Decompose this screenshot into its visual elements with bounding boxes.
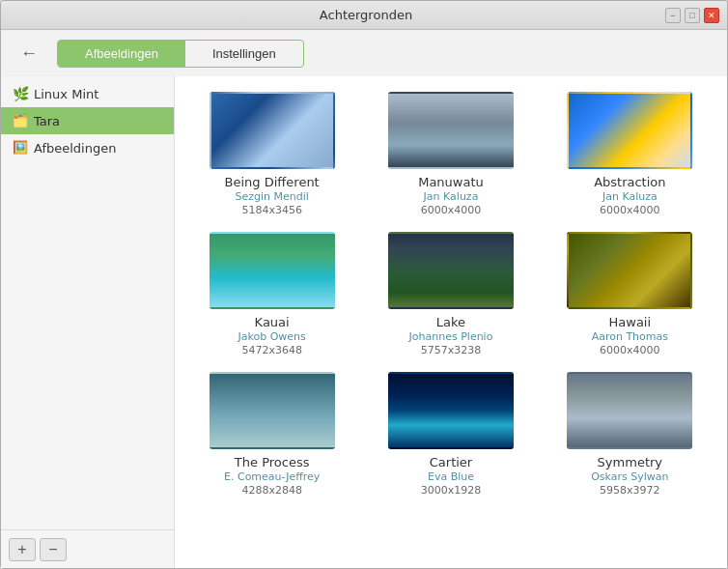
tab-group: Afbeeldingen Instellingen <box>57 40 304 68</box>
toolbar: ← Afbeeldingen Instellingen <box>1 30 727 76</box>
maximize-button[interactable]: □ <box>685 8 700 23</box>
window-controls: − □ ✕ <box>665 8 719 23</box>
sidebar-item-label: Tara <box>34 114 60 128</box>
wallpaper-area: Being DifferentSezgin Mendil5184x3456Man… <box>175 76 727 568</box>
wallpaper-item-lake[interactable]: LakeJohannes Plenio5757x3238 <box>369 232 532 356</box>
folder-icon: 🗂️ <box>13 113 28 128</box>
sidebar-item-label: Linux Mint <box>34 87 98 101</box>
wallpaper-item-kauai[interactable]: KauaiJakob Owens5472x3648 <box>190 232 353 356</box>
main-window: Achtergronden − □ ✕ ← Afbeeldingen Inste… <box>0 0 728 569</box>
wallpaper-item-symmetry[interactable]: SymmetryOskars Sylwan5958x3972 <box>548 372 712 497</box>
wallpaper-name-abstraction: Abstraction <box>594 175 665 189</box>
sidebar-item-afbeeldingen[interactable]: 🖼️ Afbeeldingen <box>1 134 174 161</box>
wallpaper-thumb-the-process <box>210 372 335 449</box>
wallpaper-thumb-symmetry <box>567 372 692 449</box>
tab-afbeeldingen[interactable]: Afbeeldingen <box>58 41 185 67</box>
wallpaper-size-abstraction: 6000x4000 <box>600 204 660 216</box>
wallpaper-size-cartier: 3000x1928 <box>421 484 482 497</box>
wallpaper-author-the-process: E. Comeau-Jeffrey <box>224 470 320 483</box>
close-button[interactable]: ✕ <box>704 8 719 23</box>
wallpaper-item-abstraction[interactable]: AbstractionJan Kaluza6000x4000 <box>548 92 712 216</box>
titlebar: Achtergronden − □ ✕ <box>1 1 727 30</box>
wallpaper-name-symmetry: Symmetry <box>598 455 662 469</box>
sidebar-item-linux-mint[interactable]: 🌿 Linux Mint <box>1 80 174 107</box>
wallpaper-item-manuwatu[interactable]: ManuwatuJan Kaluza6000x4000 <box>369 92 532 216</box>
wallpaper-name-manuwatu: Manuwatu <box>418 175 484 189</box>
leaf-icon: 🌿 <box>13 86 28 101</box>
wallpaper-name-cartier: Cartier <box>430 455 472 469</box>
wallpaper-name-being-different: Being Different <box>225 175 320 189</box>
sidebar-item-tara[interactable]: 🗂️ Tara <box>1 107 174 134</box>
wallpaper-size-hawaii: 6000x4000 <box>600 344 660 356</box>
wallpaper-item-hawaii[interactable]: HawaiiAaron Thomas6000x4000 <box>548 232 712 356</box>
wallpaper-thumb-hawaii <box>567 232 692 309</box>
wallpaper-item-the-process[interactable]: The ProcessE. Comeau-Jeffrey4288x2848 <box>190 372 353 497</box>
wallpaper-thumb-abstraction <box>567 92 692 169</box>
folder-icon-2: 🖼️ <box>13 140 28 156</box>
wallpaper-size-kauai: 5472x3648 <box>241 344 302 356</box>
wallpaper-name-hawaii: Hawaii <box>609 315 652 329</box>
sidebar: 🌿 Linux Mint 🗂️ Tara 🖼️ Afbeeldingen + − <box>1 76 175 568</box>
wallpaper-author-being-different: Sezgin Mendil <box>235 190 308 203</box>
wallpaper-size-lake: 5757x3238 <box>421 344 482 356</box>
wallpaper-name-kauai: Kauai <box>255 315 290 329</box>
wallpaper-size-manuwatu: 6000x4000 <box>421 204 482 216</box>
wallpaper-thumb-lake <box>388 232 514 309</box>
wallpaper-size-symmetry: 5958x3972 <box>600 484 660 497</box>
content-area: 🌿 Linux Mint 🗂️ Tara 🖼️ Afbeeldingen + − <box>1 76 727 568</box>
window-title: Achtergronden <box>67 8 665 22</box>
wallpaper-name-lake: Lake <box>436 315 465 329</box>
wallpaper-size-being-different: 5184x3456 <box>241 204 302 216</box>
minimize-button[interactable]: − <box>665 8 681 23</box>
wallpaper-grid: Being DifferentSezgin Mendil5184x3456Man… <box>190 92 712 497</box>
sidebar-item-label: Afbeeldingen <box>34 141 116 156</box>
wallpaper-thumb-kauai <box>210 232 335 309</box>
wallpaper-thumb-being-different <box>210 92 335 169</box>
add-button[interactable]: + <box>9 538 36 561</box>
tab-instellingen[interactable]: Instellingen <box>185 41 303 67</box>
wallpaper-name-the-process: The Process <box>235 455 310 469</box>
wallpaper-author-symmetry: Oskars Sylwan <box>591 470 668 483</box>
wallpaper-author-hawaii: Aaron Thomas <box>592 330 668 343</box>
wallpaper-author-kauai: Jakob Owens <box>238 330 306 343</box>
wallpaper-thumb-manuwatu <box>388 92 514 169</box>
remove-button[interactable]: − <box>40 538 67 561</box>
wallpaper-item-being-different[interactable]: Being DifferentSezgin Mendil5184x3456 <box>190 92 353 216</box>
wallpaper-size-the-process: 4288x2848 <box>241 484 302 497</box>
wallpaper-author-abstraction: Jan Kaluza <box>602 190 658 203</box>
sidebar-items: 🌿 Linux Mint 🗂️ Tara 🖼️ Afbeeldingen <box>1 76 174 529</box>
wallpaper-author-lake: Johannes Plenio <box>409 330 493 343</box>
back-button[interactable]: ← <box>16 40 42 68</box>
wallpaper-author-cartier: Eva Blue <box>428 470 474 483</box>
wallpaper-author-manuwatu: Jan Kaluza <box>424 190 479 203</box>
wallpaper-item-cartier[interactable]: CartierEva Blue3000x1928 <box>369 372 532 497</box>
sidebar-footer: + − <box>1 529 174 568</box>
wallpaper-thumb-cartier <box>388 372 514 449</box>
